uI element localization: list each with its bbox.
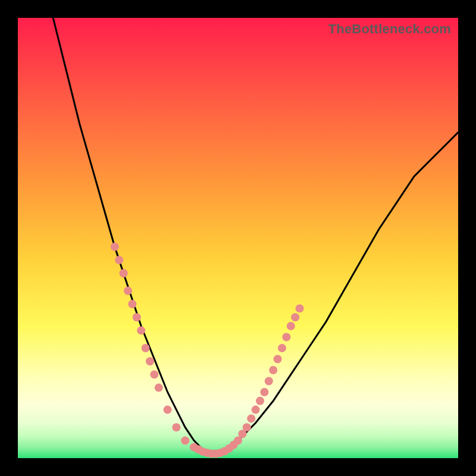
marker-cluster bbox=[111, 243, 304, 458]
marker-dot bbox=[274, 355, 282, 364]
marker-dot bbox=[260, 388, 268, 396]
chart-frame: TheBottleneck.com bbox=[18, 18, 458, 458]
marker-dot bbox=[247, 414, 255, 422]
marker-dot bbox=[269, 366, 277, 374]
marker-dot bbox=[120, 269, 128, 277]
bottleneck-curve bbox=[53, 18, 458, 454]
marker-dot bbox=[256, 397, 264, 405]
marker-dot bbox=[115, 256, 123, 264]
marker-dot bbox=[181, 436, 189, 444]
marker-dot bbox=[296, 304, 304, 312]
chart-overlay bbox=[18, 18, 458, 458]
marker-dot bbox=[172, 423, 180, 431]
marker-dot bbox=[164, 406, 172, 414]
marker-dot bbox=[278, 344, 286, 352]
marker-dot bbox=[133, 313, 141, 321]
marker-dot bbox=[265, 377, 273, 386]
marker-dot bbox=[111, 243, 119, 251]
marker-dot bbox=[150, 370, 158, 378]
bottleneck-curve-path bbox=[53, 18, 458, 454]
marker-dot bbox=[243, 423, 251, 431]
marker-dot bbox=[287, 322, 295, 330]
marker-dot bbox=[155, 384, 163, 392]
marker-dot bbox=[252, 406, 260, 414]
marker-dot bbox=[137, 326, 145, 334]
marker-dot bbox=[291, 313, 299, 321]
marker-dot bbox=[146, 357, 154, 365]
marker-dot bbox=[128, 300, 136, 308]
marker-dot bbox=[124, 287, 132, 295]
marker-dot bbox=[282, 333, 290, 342]
marker-dot bbox=[142, 344, 150, 352]
